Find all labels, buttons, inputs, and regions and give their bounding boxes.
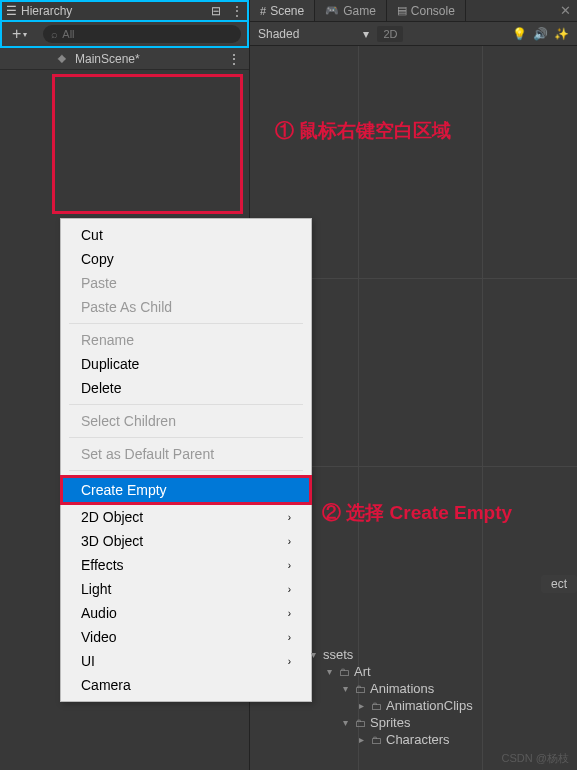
shading-dropdown[interactable]: Shaded ▾ (258, 27, 369, 41)
grid-icon: # (260, 5, 266, 17)
add-button[interactable]: +▾ (12, 25, 27, 43)
chevron-down-icon: ▾ (307, 649, 319, 660)
scene-row[interactable]: ⯁ MainScene* ⋮ (0, 48, 249, 70)
tree-item-animationclips[interactable]: ▸🗀AnimationClips (307, 697, 577, 714)
chevron-right-icon: › (288, 560, 291, 571)
chevron-right-icon: ▸ (355, 700, 367, 711)
menu-separator (69, 437, 303, 438)
detach-icon[interactable]: ⊟ (211, 4, 221, 18)
assets-tree: ▾ssets ▾🗀Art ▾🗀Animations ▸🗀AnimationCli… (307, 642, 577, 752)
menu-video[interactable]: Video› (61, 625, 311, 649)
chevron-right-icon: › (288, 584, 291, 595)
menu-effects[interactable]: Effects› (61, 553, 311, 577)
menu-paste-as-child: Paste As Child (61, 295, 311, 319)
chevron-right-icon: › (288, 608, 291, 619)
tree-item-assets[interactable]: ▾ssets (307, 646, 577, 663)
chevron-down-icon: ▾ (339, 683, 351, 694)
context-menu: Cut Copy Paste Paste As Child Rename Dup… (60, 218, 312, 702)
chevron-down-icon: ▾ (323, 666, 335, 677)
search-input[interactable]: ⌕ All (43, 25, 241, 43)
hierarchy-title: Hierarchy (21, 4, 72, 18)
menu-duplicate[interactable]: Duplicate (61, 352, 311, 376)
chevron-down-icon: ▾ (363, 27, 369, 41)
tree-item-sprites[interactable]: ▾🗀Sprites (307, 714, 577, 731)
tab-scene[interactable]: # Scene (250, 0, 315, 21)
2d-toggle[interactable]: 2D (377, 26, 403, 42)
tabs-row: # Scene 🎮 Game ▤ Console ✕ (250, 0, 577, 22)
scene-kebab-icon[interactable]: ⋮ (227, 51, 241, 67)
menu-set-default-parent: Set as Default Parent (61, 442, 311, 466)
close-icon[interactable]: ✕ (554, 3, 577, 18)
search-placeholder: All (62, 28, 74, 40)
fx-icon[interactable]: ✨ (554, 27, 569, 41)
tree-item-characters[interactable]: ▸🗀Characters (307, 731, 577, 748)
menu-delete[interactable]: Delete (61, 376, 311, 400)
chevron-right-icon: ▸ (355, 734, 367, 745)
hierarchy-empty-area[interactable] (52, 74, 243, 214)
menu-2d-object[interactable]: 2D Object› (61, 505, 311, 529)
light-icon[interactable]: 💡 (512, 27, 527, 41)
inspector-tab-fragment[interactable]: ect (541, 575, 577, 593)
audio-icon[interactable]: 🔊 (533, 27, 548, 41)
folder-icon: 🗀 (371, 700, 382, 712)
tab-console[interactable]: ▤ Console (387, 0, 466, 21)
hierarchy-header: ☰ Hierarchy ⊟ ⋮ (0, 0, 249, 22)
annotation-step2: ② 选择 Create Empty (322, 500, 512, 526)
search-icon: ⌕ (51, 28, 58, 40)
menu-cut[interactable]: Cut (61, 223, 311, 247)
folder-icon: 🗀 (355, 683, 366, 695)
scene-name: MainScene* (75, 52, 221, 66)
folder-icon: 🗀 (371, 734, 382, 746)
chevron-down-icon: ▾ (339, 717, 351, 728)
folder-icon: 🗀 (355, 717, 366, 729)
menu-paste: Paste (61, 271, 311, 295)
menu-camera[interactable]: Camera (61, 673, 311, 697)
panel-menu-icon[interactable]: ⋮ (231, 4, 243, 18)
watermark: CSDN @杨枝 (502, 751, 569, 766)
menu-separator (69, 323, 303, 324)
chevron-right-icon: › (288, 536, 291, 547)
menu-create-empty[interactable]: Create Empty (60, 475, 312, 505)
hierarchy-icon: ☰ (6, 4, 17, 18)
folder-icon: 🗀 (339, 666, 350, 678)
chevron-right-icon: › (288, 656, 291, 667)
tree-item-animations[interactable]: ▾🗀Animations (307, 680, 577, 697)
tab-game[interactable]: 🎮 Game (315, 0, 387, 21)
menu-rename: Rename (61, 328, 311, 352)
menu-select-children: Select Children (61, 409, 311, 433)
menu-light[interactable]: Light› (61, 577, 311, 601)
console-icon: ▤ (397, 4, 407, 17)
chevron-right-icon: › (288, 512, 291, 523)
annotation-step1: ① 鼠标右键空白区域 (275, 118, 451, 144)
menu-audio[interactable]: Audio› (61, 601, 311, 625)
chevron-right-icon: › (288, 632, 291, 643)
gamepad-icon: 🎮 (325, 4, 339, 17)
menu-copy[interactable]: Copy (61, 247, 311, 271)
hierarchy-toolbar: +▾ ⌕ All (0, 22, 249, 48)
menu-separator (69, 470, 303, 471)
menu-separator (69, 404, 303, 405)
menu-ui[interactable]: UI› (61, 649, 311, 673)
tree-item-art[interactable]: ▾🗀Art (307, 663, 577, 680)
scene-toolbar: Shaded ▾ 2D 💡 🔊 ✨ (250, 22, 577, 46)
unity-icon: ⯁ (55, 52, 69, 66)
menu-3d-object[interactable]: 3D Object› (61, 529, 311, 553)
